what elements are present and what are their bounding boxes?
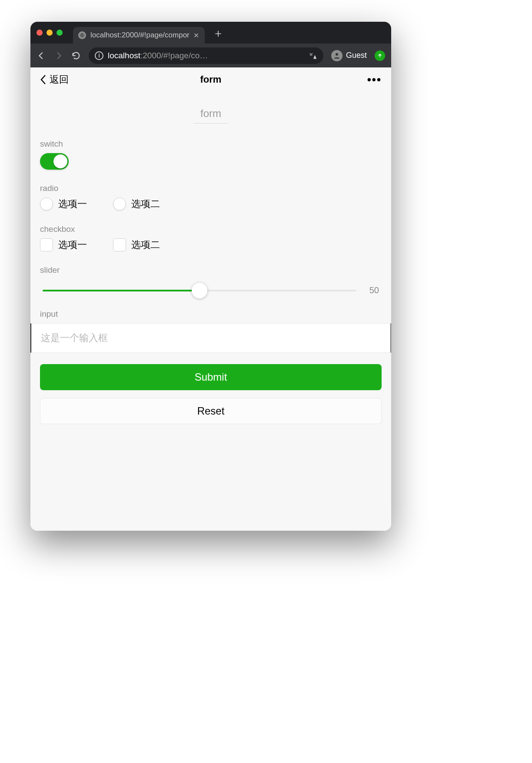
- section-checkbox: checkbox 选项一 选项二: [30, 214, 391, 255]
- radio-option-label: 选项一: [58, 197, 87, 211]
- site-info-icon[interactable]: i: [95, 51, 103, 60]
- section-radio: radio 选项一 选项二: [30, 173, 391, 214]
- globe-icon: [78, 31, 86, 39]
- app-header: 返回 form •••: [30, 67, 391, 92]
- checkbox-label: checkbox: [40, 224, 382, 234]
- checkbox-option-label: 选项二: [131, 238, 160, 251]
- checkbox-option-2[interactable]: 选项二: [113, 238, 160, 251]
- slider-track[interactable]: [43, 290, 356, 291]
- translate-icon[interactable]: [308, 51, 317, 60]
- page-heading-text: form: [200, 107, 221, 119]
- window-controls: [37, 30, 63, 36]
- radio-label: radio: [40, 184, 382, 193]
- app-content: 返回 form ••• form switch radio 选项一: [30, 67, 391, 531]
- submit-button-label: Submit: [195, 371, 227, 383]
- titlebar: localhost:2000/#!page/compor × ＋: [30, 22, 391, 44]
- checkbox-option-1[interactable]: 选项一: [40, 238, 87, 251]
- button-area: Submit Reset: [30, 353, 391, 424]
- checkbox-icon: [40, 238, 53, 251]
- page-title: form: [30, 74, 391, 85]
- close-window-button[interactable]: [37, 30, 43, 36]
- back-label: 返回: [50, 73, 69, 86]
- avatar-icon: [331, 50, 342, 61]
- profile-label: Guest: [346, 51, 367, 60]
- slider-thumb[interactable]: [192, 283, 207, 298]
- url-text: localhost:2000/#!page/co…: [108, 51, 208, 60]
- text-input[interactable]: [30, 323, 391, 353]
- back-button[interactable]: 返回: [40, 73, 69, 86]
- svg-point-1: [336, 53, 338, 56]
- section-slider: slider 50: [30, 255, 391, 299]
- url-host: localhost: [108, 51, 140, 60]
- browser-window: localhost:2000/#!page/compor × ＋ i local…: [30, 22, 391, 531]
- submit-button[interactable]: Submit: [40, 364, 382, 390]
- reset-button[interactable]: Reset: [40, 398, 382, 424]
- slider[interactable]: 50: [40, 279, 382, 295]
- radio-icon: [40, 197, 53, 211]
- checkbox-icon: [113, 238, 126, 251]
- reset-button-label: Reset: [197, 405, 225, 417]
- section-switch: switch: [30, 129, 391, 173]
- url-path: :2000/#!page/co…: [140, 51, 208, 60]
- maximize-window-button[interactable]: [57, 30, 63, 36]
- tab-title: localhost:2000/#!page/compor: [90, 31, 190, 40]
- browser-toolbar: i localhost:2000/#!page/co… Guest: [30, 44, 391, 67]
- nav-back-button[interactable]: [37, 51, 46, 60]
- slider-label: slider: [40, 265, 382, 275]
- extension-badge[interactable]: [375, 50, 385, 61]
- close-tab-button[interactable]: ×: [194, 31, 199, 40]
- browser-tab[interactable]: localhost:2000/#!page/compor ×: [73, 27, 205, 44]
- checkbox-group: 选项一 选项二: [40, 238, 382, 251]
- page-heading: form: [30, 92, 391, 129]
- slider-fill: [43, 290, 200, 291]
- section-input: input: [30, 299, 391, 323]
- new-tab-button[interactable]: ＋: [213, 26, 224, 41]
- address-bar[interactable]: i localhost:2000/#!page/co…: [89, 47, 323, 64]
- more-button[interactable]: •••: [367, 73, 382, 87]
- switch-toggle[interactable]: [40, 153, 69, 170]
- slider-value: 50: [366, 285, 379, 295]
- profile-button[interactable]: Guest: [331, 50, 367, 61]
- radio-option-2[interactable]: 选项二: [113, 197, 160, 211]
- switch-knob: [53, 154, 67, 168]
- heading-underline: [193, 123, 228, 124]
- radio-group: 选项一 选项二: [40, 197, 382, 211]
- switch-label: switch: [40, 139, 382, 149]
- radio-option-label: 选项二: [131, 197, 160, 211]
- reload-button[interactable]: [71, 51, 81, 60]
- input-label: input: [40, 309, 382, 319]
- radio-option-1[interactable]: 选项一: [40, 197, 87, 211]
- checkbox-option-label: 选项一: [58, 238, 87, 251]
- minimize-window-button[interactable]: [47, 30, 53, 36]
- radio-icon: [113, 197, 126, 211]
- nav-forward-button[interactable]: [54, 51, 63, 60]
